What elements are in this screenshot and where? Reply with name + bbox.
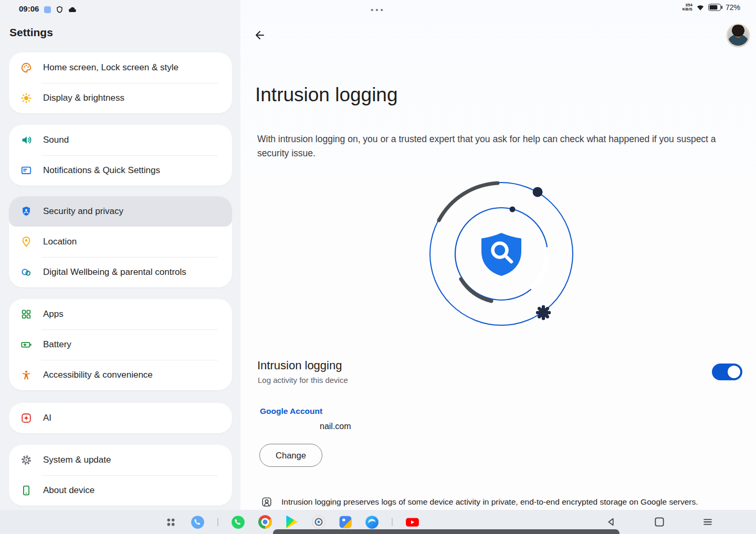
footer-note-text: Intrusion logging preserves logs of some… <box>281 496 698 508</box>
network-speed: 354 KB/S <box>682 3 692 12</box>
youtube-icon[interactable] <box>405 515 419 529</box>
sidebar-item-label: Digital Wellbeing & parental controls <box>43 267 186 277</box>
vpn-shield-icon <box>56 6 64 14</box>
sidebar-item-label: Sound <box>43 135 69 145</box>
sidebar-item-label: Security and privacy <box>43 206 123 217</box>
sidebar-group: SoundNotifications & Quick Settings <box>9 125 232 186</box>
intrusion-logging-toggle[interactable] <box>712 364 742 380</box>
play-store-icon[interactable] <box>285 515 299 529</box>
sidebar-item-label: Location <box>43 237 77 247</box>
intrusion-logging-sublabel: Log activity for this device <box>258 376 348 385</box>
notifications-icon <box>20 164 33 177</box>
wifi-icon <box>696 3 705 12</box>
sidebar-item-label: Battery <box>43 339 71 350</box>
nav-buttons <box>605 510 714 534</box>
security-scan-illustration <box>428 180 575 327</box>
orbit-gear-icon <box>536 305 551 320</box>
sidebar-item-about-device[interactable]: About device <box>9 475 232 506</box>
browser-app-icon[interactable] <box>365 515 379 529</box>
notification-icons <box>44 5 77 14</box>
google-account-link[interactable]: Google Account <box>260 407 322 416</box>
back-button[interactable] <box>251 26 269 44</box>
phone-device-icon <box>20 484 33 497</box>
sidebar-item-battery[interactable]: Battery <box>9 329 232 360</box>
intrusion-logging-panel: Intrusion logging With intrusion logging… <box>240 0 756 510</box>
sidebar-item-sound[interactable]: Sound <box>9 125 232 155</box>
footer-note: Intrusion logging preserves logs of some… <box>261 496 698 508</box>
brightness-icon <box>20 92 33 104</box>
nav-menu-icon[interactable] <box>701 516 714 528</box>
sidebar-item-label: Accessibility & convenience <box>43 370 153 380</box>
battery-percent: 72% <box>726 3 740 12</box>
security-shield-icon <box>20 205 33 218</box>
cloud-icon <box>68 5 77 14</box>
sidebar-group: System & updateAbout device <box>9 445 232 506</box>
page-title: Intrusion logging <box>255 84 398 106</box>
app-drawer-icon[interactable] <box>164 515 178 529</box>
account-email: nail.com <box>320 422 351 431</box>
sidebar-item-apps[interactable]: Apps <box>9 299 232 329</box>
gallery-app-icon[interactable] <box>338 515 352 529</box>
sidebar-item-ai[interactable]: AI <box>9 403 232 433</box>
nav-back-icon[interactable] <box>605 516 617 528</box>
sim-icon <box>44 6 51 13</box>
window-drag-handle[interactable]: ••• <box>371 5 385 14</box>
sidebar-group: Security and privacyLocationDigital Well… <box>9 196 232 287</box>
apps-grid-icon <box>20 308 33 321</box>
sidebar-item-system-update[interactable]: System & update <box>9 445 232 475</box>
sidebar-item-location[interactable]: Location <box>9 227 232 257</box>
shield-search-icon <box>481 233 521 276</box>
system-status-icons: 354 KB/S 72% <box>682 3 740 12</box>
accessibility-icon <box>20 369 33 381</box>
account-avatar[interactable] <box>727 24 750 47</box>
sidebar-item-notifications-quick-settings[interactable]: Notifications & Quick Settings <box>9 155 232 186</box>
sidebar-item-label: AI <box>43 413 51 423</box>
gear-icon <box>20 454 33 466</box>
sidebar-group: AppsBatteryAccessibility & convenience <box>9 299 232 390</box>
tablet-screen: Settings Home screen, Lock screen & styl… <box>0 0 756 534</box>
encrypted-storage-icon <box>261 496 272 508</box>
clock: 09:06 <box>19 4 39 13</box>
battery-status-icon <box>708 4 722 11</box>
sidebar-item-home-screen-lock-screen-style[interactable]: Home screen, Lock screen & style <box>9 52 232 83</box>
sidebar-item-label: System & update <box>43 455 111 465</box>
sidebar-item-label: Home screen, Lock screen & style <box>43 62 178 73</box>
sidebar-item-label: Apps <box>43 309 64 319</box>
palette-icon <box>20 61 33 74</box>
sidebar-group: AI <box>9 403 232 433</box>
nav-home-icon[interactable] <box>653 516 666 528</box>
chrome-icon[interactable] <box>258 515 272 529</box>
orbit-dot-icon <box>533 187 543 197</box>
page-description: With intrusion logging on, you or a trus… <box>257 132 719 160</box>
sidebar-item-label: Notifications & Quick Settings <box>43 165 160 176</box>
sound-icon <box>20 134 33 146</box>
whatsapp-icon[interactable] <box>231 515 245 529</box>
settings-sidebar: Settings Home screen, Lock screen & styl… <box>0 0 240 534</box>
phone-app-icon[interactable] <box>191 515 205 529</box>
toggle-thumb <box>728 366 740 378</box>
sidebar-group: Home screen, Lock screen & styleDisplay … <box>9 52 232 113</box>
sidebar-title: Settings <box>9 26 53 39</box>
intrusion-logging-label: Intrusion logging <box>257 359 342 372</box>
back-arrow-icon <box>254 29 266 41</box>
sidebar-item-label: Display & brightness <box>43 93 124 103</box>
sidebar-item-accessibility-convenience[interactable]: Accessibility & convenience <box>9 360 232 390</box>
sidebar-item-display-brightness[interactable]: Display & brightness <box>9 83 232 113</box>
sidebar-item-label: About device <box>43 485 94 496</box>
change-account-button[interactable]: Change <box>259 444 322 467</box>
location-pin-icon <box>20 236 33 248</box>
battery-side-icon <box>20 338 33 351</box>
status-bar: 09:06 ••• 354 KB/S 72% <box>0 0 756 18</box>
lens-app-icon[interactable] <box>311 515 326 529</box>
dock-divider <box>217 518 218 526</box>
sidebar-item-security-and-privacy[interactable]: Security and privacy <box>9 196 232 227</box>
dock-divider <box>392 518 393 526</box>
sidebar-item-digital-wellbeing-parental-controls[interactable]: Digital Wellbeing & parental controls <box>9 257 232 287</box>
ai-icon <box>20 412 33 424</box>
background-window-edge <box>273 529 620 534</box>
wellbeing-icon <box>20 266 33 279</box>
